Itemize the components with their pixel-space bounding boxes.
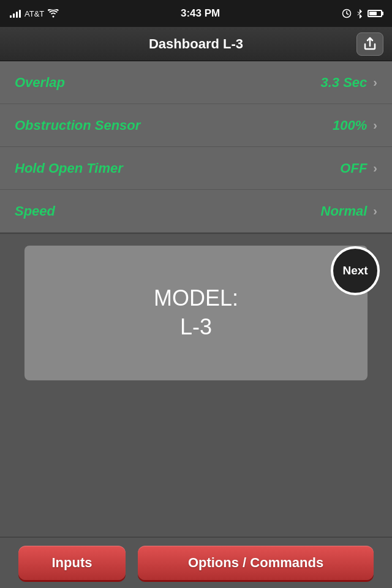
- share-icon: [363, 37, 377, 51]
- setting-row-hold-open[interactable]: Hold Open Timer OFF ›: [0, 147, 392, 190]
- page-title: Dashboard L-3: [149, 36, 243, 52]
- header: Dashboard L-3: [0, 27, 392, 61]
- signal-bars-icon: [10, 9, 21, 18]
- chevron-icon-obstruction: ›: [373, 118, 377, 132]
- chevron-icon-overlap: ›: [373, 75, 377, 89]
- setting-value-speed: Normal: [321, 203, 368, 219]
- setting-value-overlap: 3.3 Sec: [320, 75, 367, 91]
- status-bar: AT&T 3:43 PM: [0, 0, 392, 27]
- setting-label-hold-open: Hold Open Timer: [15, 160, 123, 176]
- setting-value-group-speed: Normal ›: [321, 203, 377, 219]
- status-icons: [342, 9, 382, 18]
- inputs-label: Inputs: [52, 555, 92, 571]
- model-line2: L-3: [180, 314, 212, 339]
- model-panel: MODEL: L-3 Next: [0, 233, 392, 392]
- setting-value-group-obstruction: 100% ›: [333, 118, 377, 134]
- carrier-label: AT&T: [24, 9, 44, 18]
- clock-icon: [342, 9, 352, 18]
- setting-label-overlap: Overlap: [15, 75, 65, 91]
- wifi-icon: [48, 9, 59, 18]
- carrier-signal: AT&T: [10, 9, 59, 18]
- bluetooth-icon: [355, 9, 364, 18]
- next-button[interactable]: Next: [331, 246, 380, 295]
- settings-list: Overlap 3.3 Sec › Obstruction Sensor 100…: [0, 61, 392, 233]
- battery-icon: [368, 10, 382, 17]
- status-time: 3:43 PM: [181, 7, 220, 20]
- setting-value-group-hold-open: OFF ›: [340, 160, 377, 176]
- chevron-icon-hold-open: ›: [373, 161, 377, 175]
- inputs-button[interactable]: Inputs: [18, 546, 126, 580]
- setting-row-overlap[interactable]: Overlap 3.3 Sec ›: [0, 61, 392, 104]
- setting-label-speed: Speed: [15, 203, 55, 219]
- next-label: Next: [342, 264, 368, 277]
- setting-label-obstruction: Obstruction Sensor: [15, 118, 140, 134]
- model-display: MODEL: L-3: [24, 246, 368, 380]
- setting-value-obstruction: 100%: [333, 118, 367, 134]
- setting-value-hold-open: OFF: [340, 160, 367, 176]
- share-button[interactable]: [356, 32, 383, 56]
- setting-row-speed[interactable]: Speed Normal ›: [0, 190, 392, 233]
- model-line1: MODEL:: [154, 285, 238, 311]
- setting-value-group-overlap: 3.3 Sec ›: [320, 75, 377, 91]
- setting-row-obstruction[interactable]: Obstruction Sensor 100% ›: [0, 104, 392, 147]
- bottom-bar: Inputs Options / Commands: [0, 537, 392, 588]
- chevron-icon-speed: ›: [373, 204, 377, 218]
- options-label: Options / Commands: [188, 555, 323, 571]
- model-text: MODEL: L-3: [154, 284, 238, 342]
- options-commands-button[interactable]: Options / Commands: [138, 546, 374, 580]
